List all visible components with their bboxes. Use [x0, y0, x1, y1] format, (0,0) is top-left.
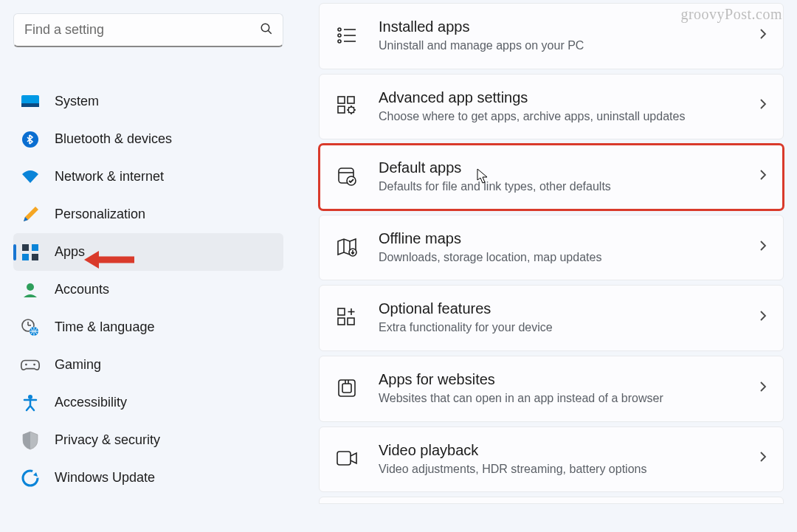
sidebar-item-label: Privacy & security: [55, 432, 160, 448]
chevron-right-icon: [759, 240, 767, 255]
card-desc: Defaults for file and link types, other …: [379, 179, 739, 195]
advanced-settings-icon: [336, 94, 358, 117]
svg-point-28: [348, 107, 354, 113]
card-optional-features[interactable]: Optional features Extra functionality fo…: [319, 285, 784, 351]
nav-list: System Bluetooth & devices Network & int…: [13, 83, 283, 497]
search-input[interactable]: [13, 13, 283, 47]
card-desc: Video adjustments, HDR streaming, batter…: [379, 461, 739, 477]
chevron-right-icon: [759, 451, 767, 466]
card-text: Optional features Extra functionality fo…: [379, 299, 739, 336]
system-icon: [21, 92, 40, 111]
clock-globe-icon: [21, 318, 40, 337]
card-text: Default apps Defaults for file and link …: [379, 158, 739, 195]
installed-apps-icon: [336, 24, 358, 46]
sidebar-item-label: Accounts: [55, 282, 109, 297]
svg-point-0: [261, 24, 269, 32]
sidebar-item-bluetooth[interactable]: Bluetooth & devices: [13, 120, 283, 158]
svg-rect-27: [338, 106, 345, 113]
card-title: Offline maps: [379, 229, 739, 248]
sidebar-item-gaming[interactable]: Gaming: [13, 346, 283, 384]
sidebar-item-personalization[interactable]: Personalization: [13, 196, 283, 233]
bluetooth-icon: [21, 130, 40, 149]
sidebar-item-label: Bluetooth & devices: [55, 131, 172, 147]
search-container: [13, 13, 283, 47]
apps-websites-icon: [336, 377, 358, 399]
card-title: Default apps: [379, 158, 739, 177]
sidebar-item-label: Time & language: [55, 319, 154, 335]
svg-point-15: [25, 363, 27, 365]
card-title: Installed apps: [379, 17, 739, 36]
svg-rect-36: [338, 318, 345, 325]
settings-sidebar: System Bluetooth & devices Network & int…: [0, 0, 294, 532]
sidebar-item-accessibility[interactable]: Accessibility: [13, 384, 283, 421]
card-installed-apps[interactable]: Installed apps Uninstall and manage apps…: [319, 3, 784, 69]
settings-main: Installed apps Uninstall and manage apps…: [294, 0, 797, 532]
chevron-right-icon: [759, 98, 767, 113]
card-desc: Downloads, storage location, map updates: [379, 249, 739, 266]
card-text: Video playback Video adjustments, HDR st…: [379, 441, 739, 477]
svg-point-17: [28, 395, 32, 399]
svg-rect-8: [22, 254, 29, 260]
svg-rect-9: [32, 254, 38, 260]
video-playback-icon: [336, 447, 358, 469]
optional-features-icon: [336, 306, 358, 328]
sidebar-item-label: Accessibility: [55, 395, 127, 410]
svg-rect-41: [342, 384, 351, 393]
svg-rect-37: [348, 318, 354, 325]
svg-rect-42: [337, 452, 351, 465]
svg-point-19: [338, 28, 341, 31]
card-default-apps[interactable]: Default apps Defaults for file and link …: [319, 144, 784, 210]
sidebar-item-label: System: [55, 94, 99, 109]
svg-rect-26: [348, 97, 354, 103]
card-advanced-app-settings[interactable]: Advanced app settings Choose where to ge…: [319, 74, 784, 140]
default-apps-icon: [336, 165, 358, 187]
sidebar-item-time-language[interactable]: Time & language: [13, 308, 283, 346]
update-icon: [21, 469, 40, 488]
sidebar-item-system[interactable]: System: [13, 83, 283, 120]
card-video-playback[interactable]: Video playback Video adjustments, HDR st…: [319, 426, 784, 493]
chevron-right-icon: [759, 381, 767, 395]
sidebar-item-accounts[interactable]: Accounts: [13, 271, 283, 308]
card-title: Apps for websites: [379, 370, 739, 389]
svg-rect-6: [22, 244, 29, 251]
card-text: Apps for websites Websites that can open…: [379, 370, 739, 407]
card-offline-maps[interactable]: Offline maps Downloads, storage location…: [319, 215, 784, 281]
account-icon: [21, 280, 40, 300]
sidebar-item-apps[interactable]: Apps: [13, 233, 283, 271]
chevron-right-icon: [759, 28, 767, 43]
card-desc: Uninstall and manage apps on your PC: [379, 38, 739, 54]
svg-rect-7: [32, 244, 38, 251]
card-text: Offline maps Downloads, storage location…: [379, 229, 739, 266]
sidebar-item-network[interactable]: Network & internet: [13, 158, 283, 196]
card-text: Advanced app settings Choose where to ge…: [379, 88, 739, 125]
apps-icon: [21, 243, 40, 262]
card-title: Advanced app settings: [379, 88, 739, 107]
svg-rect-40: [339, 380, 355, 396]
chevron-right-icon: [759, 169, 767, 184]
sidebar-item-label: Gaming: [55, 357, 101, 373]
svg-rect-3: [21, 103, 39, 107]
card-desc: Websites that can open in an app instead…: [379, 390, 739, 407]
wifi-icon: [21, 167, 40, 187]
shield-icon: [21, 431, 40, 450]
card-text: Installed apps Uninstall and manage apps…: [379, 17, 739, 54]
sidebar-item-label: Personalization: [55, 207, 145, 222]
gaming-icon: [21, 356, 40, 375]
card-desc: Extra functionality for your device: [379, 319, 739, 336]
svg-line-1: [268, 30, 272, 34]
svg-point-23: [338, 40, 341, 43]
svg-point-10: [27, 283, 34, 291]
svg-point-21: [338, 34, 341, 37]
chevron-right-icon: [759, 310, 767, 325]
sidebar-item-windows-update[interactable]: Windows Update: [13, 459, 283, 497]
sidebar-item-label: Network & internet: [55, 169, 164, 184]
sidebar-item-label: Windows Update: [55, 470, 155, 486]
offline-maps-icon: [336, 236, 358, 258]
svg-point-16: [33, 363, 35, 365]
sidebar-item-label: Apps: [55, 244, 85, 260]
accessibility-icon: [21, 393, 40, 412]
svg-rect-35: [338, 308, 345, 315]
card-title: Optional features: [379, 299, 739, 318]
sidebar-item-privacy[interactable]: Privacy & security: [13, 421, 283, 459]
card-apps-for-websites[interactable]: Apps for websites Websites that can open…: [319, 356, 784, 422]
